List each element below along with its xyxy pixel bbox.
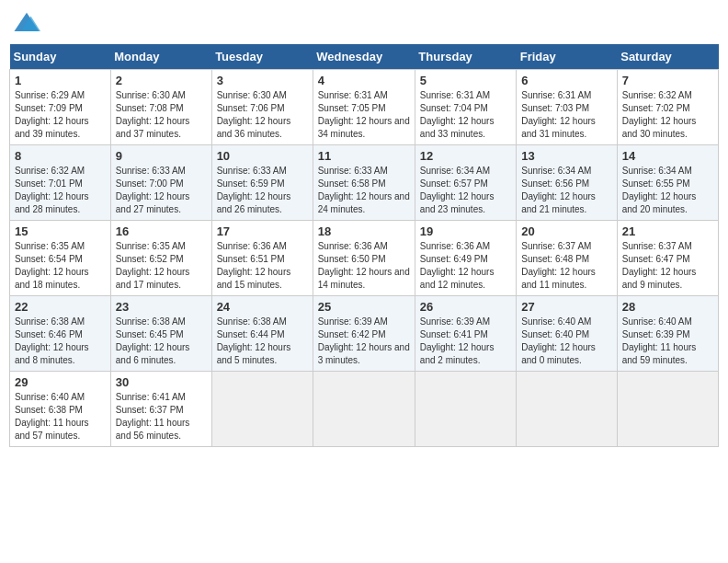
day-detail: Sunrise: 6:36 AMSunset: 6:49 PMDaylight:… — [420, 241, 495, 290]
day-detail: Sunrise: 6:37 AMSunset: 6:48 PMDaylight:… — [521, 241, 596, 290]
calendar-day-cell: 26 Sunrise: 6:39 AMSunset: 6:41 PMDaylig… — [415, 296, 516, 372]
calendar-day-cell: 22 Sunrise: 6:38 AMSunset: 6:46 PMDaylig… — [10, 296, 111, 372]
day-detail: Sunrise: 6:40 AMSunset: 6:40 PMDaylight:… — [521, 316, 596, 365]
calendar-day-cell: 27 Sunrise: 6:40 AMSunset: 6:40 PMDaylig… — [517, 296, 617, 372]
calendar-header-row: SundayMondayTuesdayWednesdayThursdayFrid… — [10, 44, 719, 70]
day-detail: Sunrise: 6:33 AMSunset: 7:00 PMDaylight:… — [116, 166, 190, 214]
day-detail: Sunrise: 6:29 AMSunset: 7:09 PMDaylight:… — [15, 90, 89, 139]
logo-icon — [13, 9, 40, 37]
calendar-day-cell: 24 Sunrise: 6:38 AMSunset: 6:44 PMDaylig… — [211, 296, 313, 372]
calendar-week-row: 1 Sunrise: 6:29 AMSunset: 7:09 PMDayligh… — [10, 70, 719, 145]
day-number: 29 — [15, 375, 106, 389]
calendar-day-cell: 11 Sunrise: 6:33 AMSunset: 6:58 PMDaylig… — [313, 145, 415, 221]
empty-cell — [617, 372, 718, 447]
day-number: 3 — [217, 74, 308, 87]
col-header-friday: Friday — [517, 44, 617, 70]
calendar-day-cell: 4 Sunrise: 6:31 AMSunset: 7:05 PMDayligh… — [313, 70, 415, 145]
day-number: 25 — [318, 300, 410, 314]
calendar-day-cell: 18 Sunrise: 6:36 AMSunset: 6:50 PMDaylig… — [313, 221, 415, 296]
calendar-day-cell: 23 Sunrise: 6:38 AMSunset: 6:45 PMDaylig… — [110, 296, 211, 372]
day-number: 20 — [521, 224, 611, 238]
day-number: 15 — [15, 224, 106, 238]
col-header-tuesday: Tuesday — [211, 44, 313, 70]
calendar-day-cell: 13 Sunrise: 6:34 AMSunset: 6:56 PMDaylig… — [517, 145, 617, 221]
calendar-table: SundayMondayTuesdayWednesdayThursdayFrid… — [9, 44, 719, 447]
day-detail: Sunrise: 6:37 AMSunset: 6:47 PMDaylight:… — [622, 241, 697, 290]
day-number: 8 — [15, 149, 106, 163]
day-detail: Sunrise: 6:38 AMSunset: 6:45 PMDaylight:… — [116, 316, 190, 365]
day-detail: Sunrise: 6:39 AMSunset: 6:42 PMDaylight:… — [318, 316, 410, 365]
calendar-week-row: 22 Sunrise: 6:38 AMSunset: 6:46 PMDaylig… — [10, 296, 719, 372]
day-detail: Sunrise: 6:34 AMSunset: 6:56 PMDaylight:… — [521, 166, 596, 214]
col-header-sunday: Sunday — [10, 44, 111, 70]
day-detail: Sunrise: 6:40 AMSunset: 6:38 PMDaylight:… — [15, 392, 89, 441]
day-number: 18 — [318, 224, 410, 238]
calendar-day-cell: 16 Sunrise: 6:35 AMSunset: 6:52 PMDaylig… — [110, 221, 211, 296]
day-number: 28 — [622, 300, 713, 314]
calendar-week-row: 15 Sunrise: 6:35 AMSunset: 6:54 PMDaylig… — [10, 221, 719, 296]
day-detail: Sunrise: 6:35 AMSunset: 6:54 PMDaylight:… — [15, 241, 89, 290]
day-detail: Sunrise: 6:31 AMSunset: 7:03 PMDaylight:… — [521, 90, 596, 139]
calendar-day-cell: 7 Sunrise: 6:32 AMSunset: 7:02 PMDayligh… — [617, 70, 718, 145]
day-number: 23 — [116, 300, 207, 314]
empty-cell — [517, 372, 617, 447]
col-header-wednesday: Wednesday — [313, 44, 415, 70]
day-number: 2 — [116, 74, 207, 87]
day-detail: Sunrise: 6:32 AMSunset: 7:02 PMDaylight:… — [622, 90, 697, 139]
day-number: 13 — [521, 149, 611, 163]
day-detail: Sunrise: 6:40 AMSunset: 6:39 PMDaylight:… — [622, 316, 697, 365]
calendar-day-cell: 9 Sunrise: 6:33 AMSunset: 7:00 PMDayligh… — [110, 145, 211, 221]
day-detail: Sunrise: 6:30 AMSunset: 7:08 PMDaylight:… — [116, 90, 190, 139]
col-header-saturday: Saturday — [617, 44, 718, 70]
calendar-day-cell: 5 Sunrise: 6:31 AMSunset: 7:04 PMDayligh… — [415, 70, 516, 145]
calendar-day-cell: 2 Sunrise: 6:30 AMSunset: 7:08 PMDayligh… — [110, 70, 211, 145]
day-detail: Sunrise: 6:38 AMSunset: 6:46 PMDaylight:… — [15, 316, 89, 365]
day-detail: Sunrise: 6:31 AMSunset: 7:04 PMDaylight:… — [420, 90, 495, 139]
day-number: 21 — [622, 224, 713, 238]
day-number: 17 — [217, 224, 308, 238]
calendar-day-cell: 15 Sunrise: 6:35 AMSunset: 6:54 PMDaylig… — [10, 221, 111, 296]
empty-cell — [313, 372, 415, 447]
empty-cell — [415, 372, 516, 447]
day-number: 26 — [420, 300, 511, 314]
calendar-day-cell: 12 Sunrise: 6:34 AMSunset: 6:57 PMDaylig… — [415, 145, 516, 221]
day-detail: Sunrise: 6:34 AMSunset: 6:55 PMDaylight:… — [622, 166, 697, 214]
day-detail: Sunrise: 6:32 AMSunset: 7:01 PMDaylight:… — [15, 166, 89, 214]
calendar-day-cell: 3 Sunrise: 6:30 AMSunset: 7:06 PMDayligh… — [211, 70, 313, 145]
calendar-day-cell: 14 Sunrise: 6:34 AMSunset: 6:55 PMDaylig… — [617, 145, 718, 221]
day-number: 27 — [521, 300, 611, 314]
calendar-week-row: 8 Sunrise: 6:32 AMSunset: 7:01 PMDayligh… — [10, 145, 719, 221]
calendar-day-cell: 17 Sunrise: 6:36 AMSunset: 6:51 PMDaylig… — [211, 221, 313, 296]
day-number: 4 — [318, 74, 410, 87]
day-number: 12 — [420, 149, 511, 163]
day-number: 1 — [15, 74, 106, 87]
day-detail: Sunrise: 6:36 AMSunset: 6:51 PMDaylight:… — [217, 241, 291, 290]
day-detail: Sunrise: 6:31 AMSunset: 7:05 PMDaylight:… — [318, 90, 410, 139]
day-number: 16 — [116, 224, 207, 238]
calendar-day-cell: 8 Sunrise: 6:32 AMSunset: 7:01 PMDayligh… — [10, 145, 111, 221]
calendar-day-cell: 29 Sunrise: 6:40 AMSunset: 6:38 PMDaylig… — [10, 372, 111, 447]
day-number: 30 — [116, 375, 207, 389]
calendar-day-cell: 25 Sunrise: 6:39 AMSunset: 6:42 PMDaylig… — [313, 296, 415, 372]
day-detail: Sunrise: 6:36 AMSunset: 6:50 PMDaylight:… — [318, 241, 410, 290]
col-header-thursday: Thursday — [415, 44, 516, 70]
calendar-day-cell: 19 Sunrise: 6:36 AMSunset: 6:49 PMDaylig… — [415, 221, 516, 296]
calendar-day-cell: 21 Sunrise: 6:37 AMSunset: 6:47 PMDaylig… — [617, 221, 718, 296]
day-number: 7 — [622, 74, 713, 87]
day-detail: Sunrise: 6:33 AMSunset: 6:58 PMDaylight:… — [318, 166, 410, 214]
calendar-week-row: 29 Sunrise: 6:40 AMSunset: 6:38 PMDaylig… — [10, 372, 719, 447]
day-number: 5 — [420, 74, 511, 87]
day-number: 10 — [217, 149, 308, 163]
day-detail: Sunrise: 6:35 AMSunset: 6:52 PMDaylight:… — [116, 241, 190, 290]
day-detail: Sunrise: 6:39 AMSunset: 6:41 PMDaylight:… — [420, 316, 495, 365]
logo — [13, 9, 44, 37]
day-number: 6 — [521, 74, 611, 87]
day-detail: Sunrise: 6:30 AMSunset: 7:06 PMDaylight:… — [217, 90, 291, 139]
day-detail: Sunrise: 6:38 AMSunset: 6:44 PMDaylight:… — [217, 316, 291, 365]
day-number: 24 — [217, 300, 308, 314]
day-number: 11 — [318, 149, 410, 163]
day-number: 14 — [622, 149, 713, 163]
day-number: 22 — [15, 300, 106, 314]
calendar-day-cell: 1 Sunrise: 6:29 AMSunset: 7:09 PMDayligh… — [10, 70, 111, 145]
calendar-day-cell: 20 Sunrise: 6:37 AMSunset: 6:48 PMDaylig… — [517, 221, 617, 296]
